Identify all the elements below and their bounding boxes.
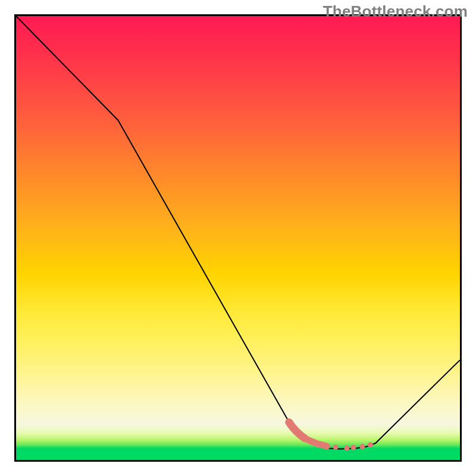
- plot-area: [14, 14, 462, 462]
- valley-thick-segment: [289, 422, 305, 439]
- figure-frame: TheBottleneck.com: [0, 0, 476, 476]
- valley-dot: [333, 444, 339, 450]
- valley-dots: [289, 422, 373, 451]
- valley-dot: [368, 442, 373, 447]
- chart-svg: [16, 16, 460, 460]
- curve-line: [16, 16, 460, 449]
- watermark-text: TheBottleneck.com: [323, 2, 468, 21]
- valley-dot: [359, 444, 365, 449]
- valley-dot: [344, 445, 349, 450]
- valley-dot: [351, 445, 356, 450]
- valley-floor-segment: [305, 438, 327, 446]
- curve-path: [16, 16, 460, 449]
